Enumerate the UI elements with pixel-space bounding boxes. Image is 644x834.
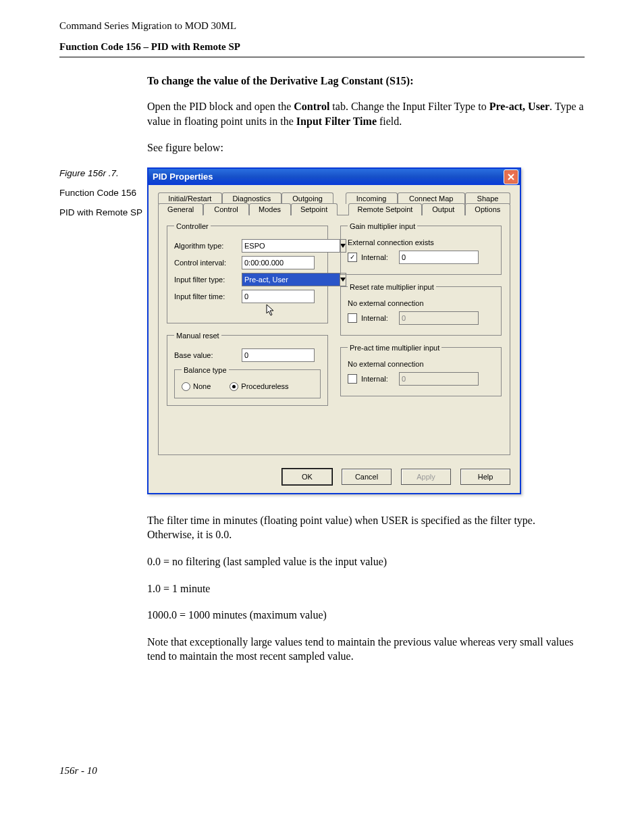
preact-time-legend: Pre-act time multiplier input: [348, 344, 441, 352]
input-filter-time-input[interactable]: [242, 290, 315, 303]
balance-procedureless-radio[interactable]: Procedureless: [230, 382, 288, 391]
ok-button[interactable]: OK: [282, 469, 332, 485]
input-filter-time-label: Input filter time:: [174, 292, 242, 301]
note-p1: The filter time in minutes (floating poi…: [147, 513, 585, 542]
base-value-input[interactable]: [242, 348, 315, 362]
controller-group: Controller Algorithm type: Control inter…: [167, 222, 328, 323]
dialog-button-row: OK Cancel Apply Help: [149, 463, 520, 493]
preact-time-group: Pre-act time multiplier input No externa…: [340, 344, 502, 396]
control-interval-label: Control interval:: [174, 259, 242, 267]
algorithm-type-label: Algorithm type:: [174, 242, 242, 250]
mouse-cursor-icon: [266, 304, 277, 317]
balance-type-group: Balance type None Procedureless: [174, 366, 321, 398]
gain-multiplier-legend: Gain multiplier input: [348, 222, 417, 230]
algorithm-type-value[interactable]: [242, 239, 340, 253]
manual-reset-legend: Manual reset: [174, 332, 221, 340]
reset-rate-legend: Reset rate multiplier input: [348, 283, 436, 291]
algorithm-type-select[interactable]: [242, 239, 315, 253]
tab-incoming[interactable]: Incoming: [346, 192, 398, 204]
intro-paragraph-2: See figure below:: [147, 140, 585, 155]
note-p3: 1.0 = 1 minute: [147, 581, 585, 596]
close-button[interactable]: [504, 170, 518, 184]
controller-legend: Controller: [174, 222, 211, 230]
header-rule: [59, 57, 585, 57]
tab-general[interactable]: General: [158, 203, 203, 215]
preact-connection-note: No external connection: [348, 360, 494, 368]
doc-header-line2: Function Code 156 – PID with Remote SP: [59, 41, 585, 53]
apply-button[interactable]: Apply: [401, 469, 451, 485]
preact-internal-label: Internal:: [361, 375, 399, 383]
balance-procedureless-label: Procedureless: [241, 382, 288, 390]
close-icon: [508, 174, 514, 180]
tab-outgoing[interactable]: Outgoing: [281, 192, 333, 204]
gain-internal-label: Internal:: [361, 253, 399, 261]
section-heading: To change the value of the Derivative La…: [147, 75, 585, 87]
tab-strip: Initial/Restart Diagnostics Outgoing Inc…: [158, 192, 510, 215]
gain-multiplier-group: Gain multiplier input External connectio…: [340, 222, 502, 275]
figure-caption-sidebar: Figure 156r .7. Function Code 156 PID wi…: [59, 167, 147, 226]
tab-remote-setpoint[interactable]: Remote Setpoint: [348, 203, 422, 215]
radio-icon: [182, 382, 190, 391]
note-p2: 0.0 = no filtering (last sampled value i…: [147, 554, 585, 569]
pid-properties-dialog: PID Properties Initial/Restart Diagnosti…: [147, 167, 521, 494]
tab-initial-restart[interactable]: Initial/Restart: [158, 192, 222, 204]
titlebar[interactable]: PID Properties: [149, 169, 520, 185]
control-interval-input[interactable]: [242, 256, 315, 269]
base-value-label: Base value:: [174, 351, 242, 359]
cancel-button[interactable]: Cancel: [342, 469, 392, 485]
balance-type-legend: Balance type: [182, 366, 229, 374]
doc-header-line1: Command Series Migration to MOD 30ML: [59, 20, 585, 32]
page-footer: 156r - 10: [59, 765, 585, 777]
balance-none-label: None: [193, 382, 211, 390]
input-filter-type-value[interactable]: [242, 273, 340, 286]
note-p5: Note that exceptionally large values ten…: [147, 635, 585, 664]
tab-shape[interactable]: Shape: [465, 192, 510, 204]
gain-internal-checkbox[interactable]: [348, 253, 357, 262]
tab-options[interactable]: Options: [465, 203, 510, 215]
tab-connect-map[interactable]: Connect Map: [398, 192, 465, 204]
reset-internal-label: Internal:: [361, 314, 399, 322]
tab-panel-control: Controller Algorithm type: Control inter…: [158, 215, 510, 455]
preact-internal-input: [399, 372, 479, 386]
tab-output[interactable]: Output: [422, 203, 465, 215]
tab-setpoint[interactable]: Setpoint: [291, 203, 338, 215]
input-filter-type-label: Input filter type:: [174, 276, 242, 284]
tab-diagnostics[interactable]: Diagnostics: [222, 192, 282, 204]
reset-connection-note: No external connection: [348, 299, 494, 307]
intro-paragraph-1: Open the PID block and open the Control …: [147, 99, 585, 128]
preact-internal-checkbox[interactable]: [348, 374, 357, 384]
dialog-title: PID Properties: [153, 172, 213, 182]
note-p4: 1000.0 = 1000 minutes (maximum value): [147, 608, 585, 623]
gain-internal-input[interactable]: [399, 251, 479, 264]
radio-icon: [230, 382, 238, 391]
tab-control[interactable]: Control: [203, 203, 248, 215]
tab-modes[interactable]: Modes: [249, 203, 291, 215]
input-filter-type-select[interactable]: [242, 273, 315, 286]
reset-rate-group: Reset rate multiplier input No external …: [340, 283, 502, 336]
manual-reset-group: Manual reset Base value: Balance type: [167, 332, 328, 406]
help-button[interactable]: Help: [460, 469, 510, 485]
gain-connection-note: External connection exists: [348, 238, 494, 246]
balance-none-radio[interactable]: None: [182, 382, 211, 391]
reset-internal-checkbox[interactable]: [348, 313, 357, 323]
reset-internal-input: [399, 311, 479, 325]
